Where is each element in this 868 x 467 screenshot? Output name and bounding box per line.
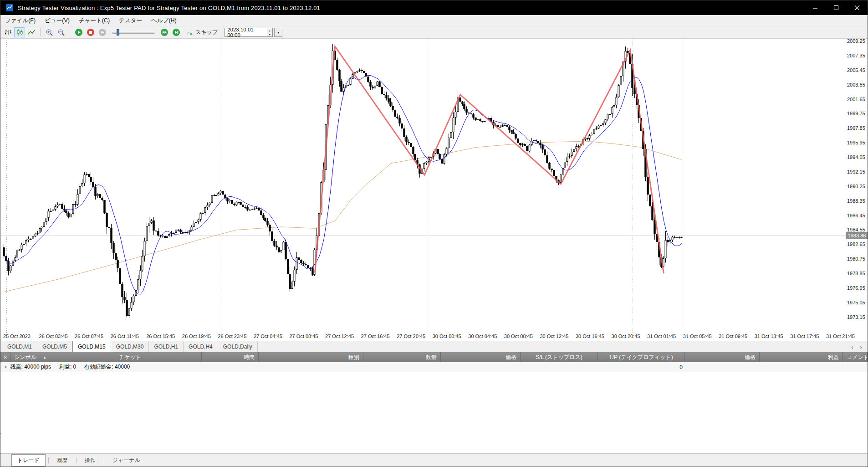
zoom-in-icon[interactable] [44,27,55,37]
price-tick-label: 1978.85 [847,271,865,276]
price-tick-label: 1994.05 [847,154,865,160]
bid-price-badge: 1983.86 [846,232,868,239]
sort-asc-icon: ▲ [43,355,46,359]
price-tick-label: 1976.95 [847,285,865,291]
profit-value: 利益: 0 [59,363,76,371]
menu-tester[interactable]: テスター [114,15,147,26]
skip-icon [186,29,193,36]
toolbar: スキップ 2023.10.01 00:00 ▴▾ ▼ [0,26,868,39]
play-button[interactable] [73,27,84,37]
price-tick-label: 1982.65 [847,241,865,247]
zoom-out-icon[interactable] [56,27,66,37]
toolbox-tab-2[interactable]: 操作 [79,455,101,466]
speed-slider-thumb[interactable] [117,29,119,36]
price-tick-label: 1980.75 [847,256,865,262]
spinner-down-icon[interactable]: ▾ [267,32,273,36]
maximize-button[interactable] [826,0,847,15]
candles-chart-icon[interactable] [14,27,25,37]
menu-help[interactable]: ヘルプ(H) [147,15,181,26]
app-icon [6,4,13,11]
time-tick-label: 26 Oct 19:45 [182,334,211,339]
chart-tabs-bar: GOLD,M1GOLD,M5GOLD,M15GOLD,M30GOLD,H1GOL… [0,341,868,352]
toolbox-tabs-bar: トレード履歴操作ジャーナル [0,453,868,467]
time-tick-label: 30 Oct 16:45 [576,334,604,339]
column-header-volume[interactable]: 数量 [363,352,441,362]
trade-list-area [0,372,868,453]
chart-tab-gold-h1[interactable]: GOLD,H1 [149,341,184,352]
skip-to-end-button[interactable] [171,27,182,37]
column-header-ticket[interactable]: チケット [115,352,202,362]
price-tick-label: 2007.35 [847,53,865,58]
time-tick-label: 26 Oct 03:45 [39,334,68,339]
toolbox-tab-0[interactable]: トレード [11,454,46,467]
tab-separator [104,457,104,463]
spinner-up-icon[interactable]: ▴ [267,28,273,32]
close-panel-button[interactable]: × [0,352,10,362]
column-label: 価格 [505,354,516,361]
tab-scroll-controls: ‹ › [851,341,868,352]
chart-tabs: GOLD,M1GOLD,M5GOLD,M15GOLD,M30GOLD,H1GOL… [0,341,258,352]
column-label: 数量 [426,354,437,361]
fast-forward-button[interactable] [97,27,108,37]
menu-view[interactable]: ビュー(V) [40,15,74,26]
chart-tab-gold-h4[interactable]: GOLD,H4 [184,341,218,352]
column-label: T/P (テイクプロフィット) [609,354,673,361]
skip-button[interactable]: スキップ [183,27,221,37]
chart-tab-gold-m15[interactable]: GOLD,M15 [72,341,111,352]
date-dropdown-button[interactable]: ▼ [274,28,282,37]
column-label: チケット [119,354,141,361]
column-header-symbol[interactable]: シンボル▲ [10,352,115,362]
skip-forward-button[interactable] [159,27,170,37]
minimize-button[interactable] [805,0,826,15]
price-tick-label: 1992.15 [847,169,865,174]
price-tick-label: 1997.85 [847,125,865,131]
chart-tab-gold-m5[interactable]: GOLD,M5 [37,341,72,352]
column-header-price-current[interactable]: 価格 [684,352,760,362]
balance-value: 残高: 40000 pips [10,363,51,371]
toolbox-tab-1[interactable]: 履歴 [51,455,73,466]
speed-slider[interactable] [112,28,154,36]
strategy-tester-window: Strategy Tester Visualization : Exp5 Tes… [0,0,868,467]
time-tick-label: 25 Oct 2023 [3,334,31,339]
column-header-tp[interactable]: T/P (テイクプロフィット) [598,352,684,362]
column-header-sl[interactable]: S/L (ストップロス) [521,352,598,362]
time-tick-label: 30 Oct 08:45 [504,334,533,339]
price-chart[interactable] [0,39,846,333]
time-tick-label: 27 Oct 12:45 [325,334,354,339]
chart-tab-gold-m1[interactable]: GOLD,M1 [2,341,37,352]
time-tick-label: 30 Oct 04:45 [468,334,497,339]
window-controls [805,0,868,15]
price-tick-label: 1973.15 [847,314,865,320]
tabs-scroll-right-icon[interactable]: › [860,343,862,351]
balance-row[interactable]: • 残高: 40000 pips 利益: 0 有効証拠金: 40000 0 [0,362,868,372]
column-label: 種別 [348,354,359,361]
price-tick-label: 1986.45 [847,213,865,218]
chart-tab-gold-daily[interactable]: GOLD,Daily [218,341,258,352]
time-tick-label: 31 Oct 09:45 [719,334,747,339]
stop-button[interactable] [85,27,96,37]
column-header-time[interactable]: 時間 [202,352,259,362]
date-spinner[interactable]: ▴▾ [267,28,273,36]
tabs-scroll-left-icon[interactable]: ‹ [851,343,853,351]
bars-chart-icon[interactable] [2,27,13,37]
tab-separator [76,457,77,463]
close-button[interactable] [847,0,868,15]
menu-bar: ファイル(F)ビュー(V)チャート(C)テスターヘルプ(H) [0,15,868,26]
time-tick-label: 31 Oct 13:45 [755,334,783,339]
line-chart-icon[interactable] [26,27,37,37]
time-tick-label: 31 Oct 05:45 [683,334,712,339]
menu-chart[interactable]: チャート(C) [74,15,114,26]
column-header-profit[interactable]: 利益 [760,352,843,362]
column-header-price-open[interactable]: 価格 [441,352,521,362]
chart-tab-gold-m30[interactable]: GOLD,M30 [111,341,149,352]
time-tick-label: 31 Oct 01:45 [647,334,676,339]
time-tick-label: 31 Oct 17:45 [790,334,819,339]
toolbox-tab-3[interactable]: ジャーナル [107,455,146,466]
column-header-type[interactable]: 種別 [259,352,363,362]
price-axis: 2009.252007.352005.452003.552001.651999.… [846,39,868,333]
time-tick-label: 26 Oct 11:45 [111,334,139,339]
menu-file[interactable]: ファイル(F) [0,15,40,26]
price-tick-label: 1975.05 [847,300,865,305]
skip-date-input[interactable]: 2023.10.01 00:00 ▴▾ [225,28,273,37]
column-header-comment[interactable]: コメント [843,352,868,362]
